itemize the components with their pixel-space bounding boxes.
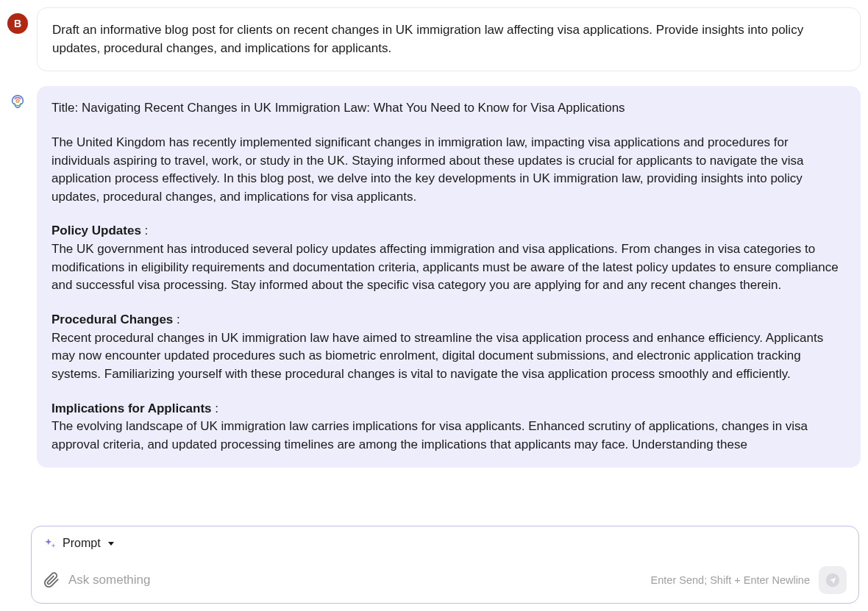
sparkle-icon (43, 537, 57, 550)
ai-message-row: Title: Navigating Recent Changes in UK I… (7, 86, 861, 467)
ai-message-bubble: Title: Navigating Recent Changes in UK I… (37, 86, 861, 467)
user-message-row: B Draft an informative blog post for cli… (7, 7, 861, 71)
conversation-container: B Draft an informative blog post for cli… (0, 0, 868, 485)
input-area: Prompt Enter Send; Shift + Enter Newline (31, 526, 859, 604)
prompt-label: Prompt (63, 537, 101, 550)
attachment-icon[interactable] (43, 572, 60, 588)
ai-section2-body: Recent procedural changes in UK immigrat… (51, 331, 823, 381)
ai-section1-heading: Policy Updates (51, 224, 141, 237)
ai-section2-heading: Procedural Changes (51, 312, 173, 326)
ai-section3-heading: Implications for Applicants (51, 401, 212, 415)
input-row: Enter Send; Shift + Enter Newline (43, 566, 847, 594)
user-avatar: B (7, 13, 28, 34)
user-message-text: Draft an informative blog post for clien… (52, 23, 803, 55)
user-message-bubble: Draft an informative blog post for clien… (37, 7, 861, 71)
chevron-down-icon (108, 542, 114, 546)
ai-intro: The United Kingdom has recently implemen… (51, 135, 803, 204)
ai-section3-body: The evolving landscape of UK immigration… (51, 419, 808, 451)
user-avatar-letter: B (14, 18, 21, 29)
ai-section1-body: The UK government has introduced several… (51, 242, 839, 292)
send-icon (825, 573, 840, 587)
ai-logo-icon (10, 94, 26, 110)
send-button[interactable] (819, 566, 847, 594)
input-hint: Enter Send; Shift + Enter Newline (651, 574, 810, 586)
ai-avatar (7, 92, 28, 112)
message-input[interactable] (68, 573, 642, 587)
ai-title: Title: Navigating Recent Changes in UK I… (51, 101, 625, 115)
prompt-selector[interactable]: Prompt (43, 537, 847, 550)
